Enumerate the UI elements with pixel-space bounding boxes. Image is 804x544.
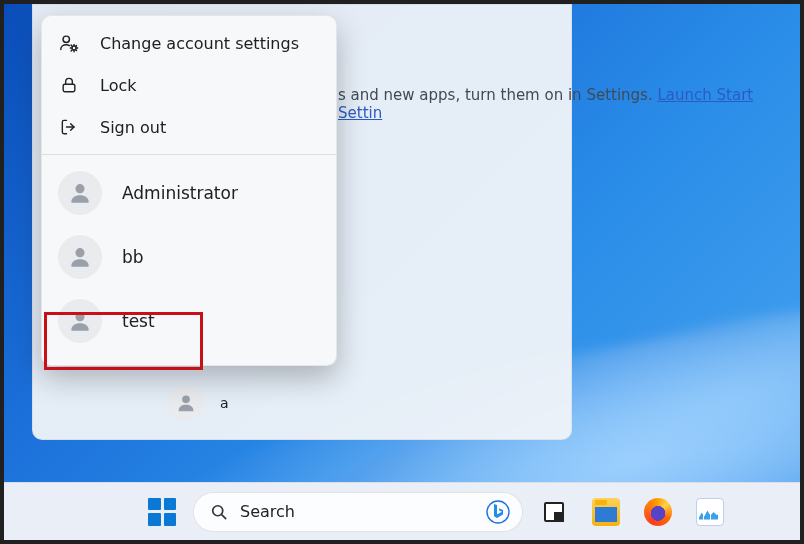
performance-monitor-icon <box>696 498 724 526</box>
taskbar-search[interactable]: Search <box>193 492 523 532</box>
svg-point-0 <box>182 395 190 403</box>
svg-point-7 <box>213 505 223 515</box>
change-account-settings-item[interactable]: Change account settings <box>42 22 336 64</box>
taskbar: Search <box>4 482 800 540</box>
svg-point-5 <box>75 248 84 257</box>
menu-separator <box>42 154 336 155</box>
user-avatar-icon <box>58 235 102 279</box>
notice-text: s and new apps, turn them on in Settings… <box>338 86 657 104</box>
start-panel-user-label: a <box>220 395 229 411</box>
task-view-icon <box>540 498 568 526</box>
search-icon <box>208 501 230 523</box>
start-button[interactable] <box>141 491 183 533</box>
switch-user-test[interactable]: test <box>42 289 336 353</box>
svg-point-4 <box>75 184 84 193</box>
firefox-icon <box>644 498 672 526</box>
menu-label: Lock <box>100 76 136 95</box>
user-label: bb <box>122 247 144 267</box>
user-label: test <box>122 311 155 331</box>
lock-item[interactable]: Lock <box>42 64 336 106</box>
user-avatar-icon <box>58 299 102 343</box>
file-explorer-button[interactable] <box>585 491 627 533</box>
performance-monitor-button[interactable] <box>689 491 731 533</box>
bing-icon <box>486 500 510 524</box>
switch-user-bb[interactable]: bb <box>42 225 336 289</box>
svg-point-6 <box>75 312 84 321</box>
firefox-button[interactable] <box>637 491 679 533</box>
svg-point-1 <box>63 36 69 42</box>
start-panel-user[interactable]: a <box>168 385 229 421</box>
sign-out-icon <box>58 116 80 138</box>
windows-logo-icon <box>148 498 176 526</box>
account-flyout: Change account settings Lock Sign out Ad… <box>41 15 337 366</box>
user-label: Administrator <box>122 183 238 203</box>
menu-label: Change account settings <box>100 34 299 53</box>
svg-rect-3 <box>63 84 75 92</box>
sign-out-item[interactable]: Sign out <box>42 106 336 148</box>
recommendations-notice: s and new apps, turn them on in Settings… <box>338 86 800 122</box>
lock-icon <box>58 74 80 96</box>
account-settings-icon <box>58 32 80 54</box>
search-placeholder: Search <box>240 502 476 521</box>
task-view-button[interactable] <box>533 491 575 533</box>
user-avatar-icon <box>58 171 102 215</box>
file-explorer-icon <box>592 498 620 526</box>
svg-point-8 <box>487 501 509 523</box>
menu-label: Sign out <box>100 118 166 137</box>
switch-user-administrator[interactable]: Administrator <box>42 161 336 225</box>
user-avatar-icon <box>168 385 204 421</box>
